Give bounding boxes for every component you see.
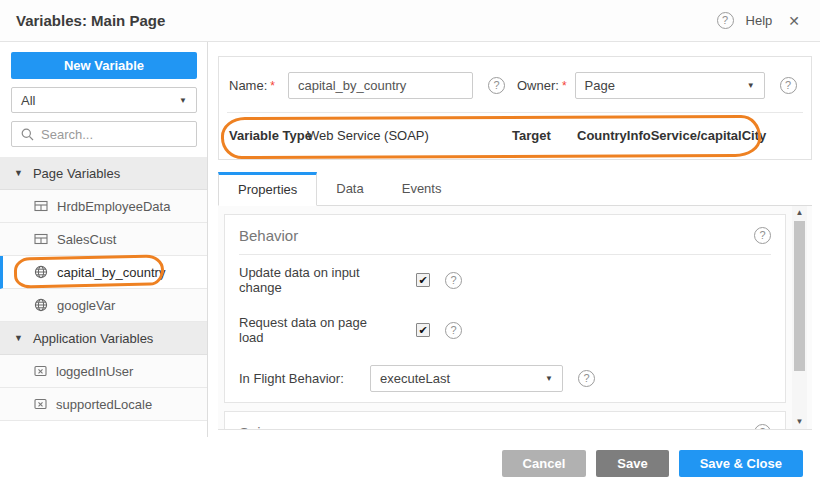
variables-list: ▼ Page Variables HrdbEmployeeData bbox=[0, 157, 207, 421]
variable-summary-card: Name:* ? Owner:* Page ▼ ? Variable Type bbox=[218, 56, 812, 160]
help-icon[interactable]: ? bbox=[578, 370, 595, 387]
properties-tab-panel: Behavior ? Update data on input change ✔… bbox=[218, 206, 812, 430]
variable-detail-pane: Name:* ? Owner:* Page ▼ ? Variable Type bbox=[208, 42, 820, 437]
chevron-down-icon: ▼ bbox=[545, 374, 553, 383]
behavior-section: Behavior ? Update data on input change ✔… bbox=[224, 214, 786, 403]
property-row-update-data: Update data on input change ✔ ? bbox=[225, 255, 785, 305]
update-data-checkbox[interactable]: ✔ bbox=[416, 273, 430, 287]
help-icon[interactable]: ? bbox=[717, 12, 734, 29]
property-row-in-flight-behavior: In Flight Behavior: executeLast ▼ ? bbox=[225, 355, 785, 402]
model-variable-icon bbox=[34, 398, 47, 410]
sidebar-item-supportedlocale[interactable]: supportedLocale bbox=[0, 388, 207, 421]
collapse-caret-icon: ▼ bbox=[14, 333, 23, 343]
spinner-section-title: Spinner bbox=[239, 424, 291, 430]
variables-dialog: Variables: Main Page ? Help ✕ New Variab… bbox=[0, 0, 820, 489]
live-variable-icon bbox=[34, 233, 48, 245]
sidebar-item-hrdbemployeedata[interactable]: HrdbEmployeeData bbox=[0, 190, 207, 223]
web-service-variable-icon bbox=[34, 265, 48, 279]
new-variable-button[interactable]: New Variable bbox=[11, 52, 197, 79]
filter-selected-value: All bbox=[21, 93, 35, 108]
help-icon[interactable]: ? bbox=[754, 424, 771, 430]
required-asterisk: * bbox=[270, 79, 275, 93]
tab-properties[interactable]: Properties bbox=[218, 172, 317, 206]
sidebar-item-salescust[interactable]: SalesCust bbox=[0, 223, 207, 256]
help-icon[interactable]: ? bbox=[445, 322, 462, 339]
close-icon[interactable]: ✕ bbox=[784, 11, 804, 31]
request-data-checkbox[interactable]: ✔ bbox=[416, 323, 430, 337]
chevron-down-icon: ▼ bbox=[179, 96, 187, 105]
spinner-section: Spinner ? bbox=[224, 411, 786, 430]
variable-type-value: Web Service (SOAP) bbox=[307, 128, 429, 143]
in-flight-selected-value: executeLast bbox=[380, 371, 450, 386]
target-label: Target bbox=[512, 128, 551, 143]
web-service-variable-icon bbox=[34, 298, 48, 312]
cancel-button[interactable]: Cancel bbox=[502, 450, 587, 477]
owner-select[interactable]: Page ▼ bbox=[575, 72, 765, 99]
in-flight-behavior-select[interactable]: executeLast ▼ bbox=[370, 365, 563, 392]
help-icon[interactable]: ? bbox=[488, 77, 505, 94]
scrollbar-thumb[interactable] bbox=[794, 221, 805, 371]
live-variable-icon bbox=[34, 200, 48, 212]
owner-selected-value: Page bbox=[585, 78, 615, 93]
detail-tabs: Properties Data Events bbox=[218, 172, 812, 206]
model-variable-icon bbox=[34, 365, 47, 377]
scroll-up-icon[interactable]: ▲ bbox=[792, 206, 807, 220]
section-page-variables[interactable]: ▼ Page Variables bbox=[0, 157, 207, 190]
page-title: Variables: Main Page bbox=[16, 12, 165, 29]
collapse-caret-icon: ▼ bbox=[14, 168, 23, 178]
help-icon[interactable]: ? bbox=[445, 272, 462, 289]
dialog-footer: Cancel Save Save & Close bbox=[0, 437, 820, 489]
variable-type-label: Variable Type bbox=[229, 128, 312, 143]
search-icon bbox=[21, 128, 34, 141]
sidebar-item-googlevar[interactable]: googleVar bbox=[0, 289, 207, 322]
sidebar-item-capital-by-country[interactable]: capital_by_country bbox=[0, 256, 207, 289]
sidebar-item-loggedinuser[interactable]: loggedInUser bbox=[0, 355, 207, 388]
help-link[interactable]: Help bbox=[746, 13, 773, 28]
search-placeholder: Search... bbox=[41, 127, 93, 142]
variable-search[interactable]: Search... bbox=[11, 121, 197, 147]
variables-sidebar: New Variable All ▼ Search... ▼ Page Vari… bbox=[0, 42, 208, 437]
name-label: Name:* bbox=[229, 78, 275, 93]
target-value: CountryInfoService/capitalCity bbox=[577, 128, 766, 143]
vertical-scrollbar[interactable]: ▲ ▼ bbox=[792, 206, 807, 429]
behavior-section-title: Behavior bbox=[239, 227, 298, 244]
save-button[interactable]: Save bbox=[596, 450, 668, 477]
help-icon[interactable]: ? bbox=[754, 227, 771, 244]
name-input[interactable] bbox=[288, 72, 473, 99]
variable-filter-select[interactable]: All ▼ bbox=[11, 87, 197, 113]
save-and-close-button[interactable]: Save & Close bbox=[679, 450, 803, 477]
required-asterisk: * bbox=[562, 79, 567, 93]
tab-events[interactable]: Events bbox=[383, 172, 461, 205]
scroll-down-icon[interactable]: ▼ bbox=[792, 415, 807, 429]
section-application-variables[interactable]: ▼ Application Variables bbox=[0, 322, 207, 355]
help-icon[interactable]: ? bbox=[780, 77, 797, 94]
chevron-down-icon: ▼ bbox=[747, 81, 755, 90]
tab-data[interactable]: Data bbox=[317, 172, 382, 205]
variable-type-row: Variable Type Web Service (SOAP) Target … bbox=[219, 113, 811, 159]
property-row-request-data: Request data on page load ✔ ? bbox=[225, 305, 785, 355]
owner-label: Owner:* bbox=[517, 78, 567, 93]
dialog-header: Variables: Main Page ? Help ✕ bbox=[0, 0, 820, 42]
